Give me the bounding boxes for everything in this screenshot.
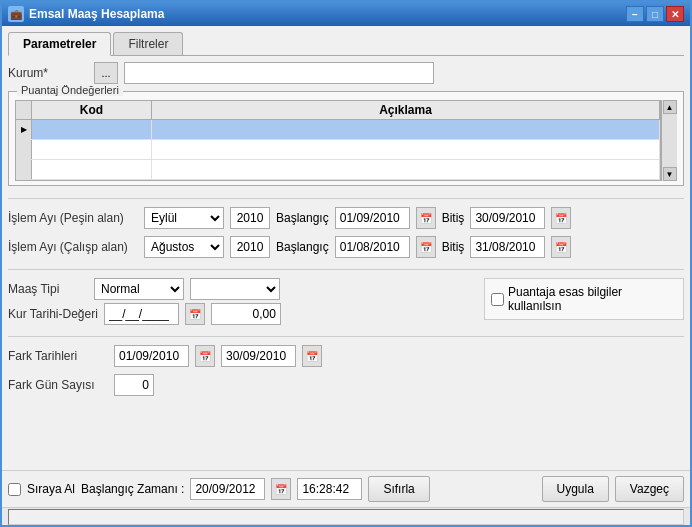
footer: Sıraya Al Başlangıç Zamanı : 📅 Sıfırla U…: [2, 470, 690, 507]
tab-bar: Parametreler Filtreler: [8, 32, 684, 56]
islem-ayi-calis-row: İşlem Ayı (Çalışp alan) Ağustos OcakŞuba…: [8, 236, 684, 258]
scroll-down-btn[interactable]: ▼: [663, 167, 677, 181]
fark-gun-input[interactable]: [114, 374, 154, 396]
siraya-al-checkbox[interactable]: [8, 483, 21, 496]
baslangic-zamani-input[interactable]: [190, 478, 265, 500]
window-title: Emsal Maaş Hesaplama: [29, 7, 164, 21]
kurum-input[interactable]: [124, 62, 434, 84]
col-header-kod: Kod: [32, 101, 152, 119]
calis-year-input[interactable]: [230, 236, 270, 258]
islem-ayi-pesin-row: İşlem Ayı (Peşin alan) Eylül OcakŞubatMa…: [8, 207, 684, 229]
title-bar: 💼 Emsal Maaş Hesaplama − □ ✕: [2, 2, 690, 26]
maas-tipi-row: Maaş Tipi Normal Ek Gösterge Tazminat: [8, 278, 476, 300]
pesin-baslangic-input[interactable]: [335, 207, 410, 229]
puantaj-checkbox-text: Puantaja esas bilgiler kullanılsın: [508, 285, 677, 313]
table-row[interactable]: [16, 140, 660, 160]
maas-tipi-label: Maaş Tipi: [8, 282, 88, 296]
siraya-al-label: Sıraya Al: [27, 482, 75, 496]
baslangic-zamani-label: Başlangıç Zamanı :: [81, 482, 184, 496]
fark-tarihleri-row: Fark Tarihleri 📅 📅: [8, 345, 684, 367]
kur-value-input[interactable]: [211, 303, 281, 325]
divider-1: [8, 198, 684, 199]
pesin-bitis-input[interactable]: [470, 207, 545, 229]
grid-scrollbar[interactable]: ▲ ▼: [661, 100, 677, 181]
kurum-row: Kurum* ...: [8, 62, 684, 84]
fark-bitis-input[interactable]: [221, 345, 296, 367]
calis-month-select[interactable]: Ağustos OcakŞubatMart NisanMayısHaziran …: [144, 236, 224, 258]
puantaj-checkbox-label[interactable]: Puantaja esas bilgiler kullanılsın: [491, 285, 677, 313]
kur-row: Kur Tarihi-Değeri 📅: [8, 303, 476, 325]
window-icon: 💼: [8, 6, 24, 22]
puantaj-checkbox[interactable]: [491, 293, 504, 306]
kur-label: Kur Tarihi-Değeri: [8, 307, 98, 321]
calis-bitis-cal-button[interactable]: 📅: [551, 236, 571, 258]
puantaj-grid: Kod Açıklama: [15, 100, 677, 181]
vazgec-button[interactable]: Vazgeç: [615, 476, 684, 502]
kur-date-input[interactable]: [104, 303, 179, 325]
status-bar: [2, 507, 690, 525]
fark-bitis-cal-button[interactable]: 📅: [302, 345, 322, 367]
fark-tarihleri-label: Fark Tarihleri: [8, 349, 108, 363]
maas-tipi-sub-select[interactable]: [190, 278, 280, 300]
calis-baslangic-cal-button[interactable]: 📅: [416, 236, 436, 258]
maas-tipi-select[interactable]: Normal Ek Gösterge Tazminat: [94, 278, 184, 300]
row-indicator: [16, 120, 32, 139]
table-row[interactable]: [16, 120, 660, 140]
main-window: 💼 Emsal Maaş Hesaplama − □ ✕ Parametrele…: [0, 0, 692, 527]
sifirla-button[interactable]: Sıfırla: [368, 476, 429, 502]
calis-bitis-label: Bitiş: [442, 240, 465, 254]
fark-baslangic-cal-button[interactable]: 📅: [195, 345, 215, 367]
close-button[interactable]: ✕: [666, 6, 684, 22]
maas-section: Maaş Tipi Normal Ek Gösterge Tazminat Ku…: [8, 278, 684, 328]
pesin-month-select[interactable]: Eylül OcakŞubatMart NisanMayısHaziran Te…: [144, 207, 224, 229]
pesin-bitis-label: Bitiş: [442, 211, 465, 225]
scroll-up-btn[interactable]: ▲: [663, 100, 677, 114]
maas-left: Maaş Tipi Normal Ek Gösterge Tazminat Ku…: [8, 278, 476, 328]
puantaj-title: Puantaj Öndeğerleri: [17, 84, 123, 96]
cell-aciklama: [152, 120, 660, 139]
table-row[interactable]: [16, 160, 660, 180]
divider-2: [8, 269, 684, 270]
fark-baslangic-input[interactable]: [114, 345, 189, 367]
calis-baslangic-input[interactable]: [335, 236, 410, 258]
row-indicator: [16, 160, 32, 179]
col-header-aciklama: Açıklama: [152, 101, 660, 119]
fark-gun-label: Fark Gün Sayısı: [8, 378, 108, 392]
title-buttons: − □ ✕: [626, 6, 684, 22]
pesin-baslangic-cal-button[interactable]: 📅: [416, 207, 436, 229]
fark-gun-row: Fark Gün Sayısı: [8, 374, 684, 396]
islem-pesin-label: İşlem Ayı (Peşin alan): [8, 211, 138, 225]
kurum-label: Kurum*: [8, 66, 88, 80]
pesin-year-input[interactable]: [230, 207, 270, 229]
row-indicator: [16, 140, 32, 159]
saat-input[interactable]: [297, 478, 362, 500]
kur-cal-button[interactable]: 📅: [185, 303, 205, 325]
maximize-button[interactable]: □: [646, 6, 664, 22]
divider-3: [8, 336, 684, 337]
tab-parametreler[interactable]: Parametreler: [8, 32, 111, 56]
calis-bitis-input[interactable]: [470, 236, 545, 258]
puantaj-section: Puantaj Öndeğerleri Kod Açıklama: [8, 91, 684, 186]
pesin-bitis-cal-button[interactable]: 📅: [551, 207, 571, 229]
tab-filtreler[interactable]: Filtreler: [113, 32, 183, 55]
minimize-button[interactable]: −: [626, 6, 644, 22]
calis-baslangic-label: Başlangıç: [276, 240, 329, 254]
status-panel: [8, 509, 684, 525]
puantaj-checkbox-section: Puantaja esas bilgiler kullanılsın: [484, 278, 684, 320]
window-body: Parametreler Filtreler Kurum* ... Puanta…: [2, 26, 690, 470]
footer-cal-button[interactable]: 📅: [271, 478, 291, 500]
uygula-button[interactable]: Uygula: [542, 476, 609, 502]
islem-calis-label: İşlem Ayı (Çalışp alan): [8, 240, 138, 254]
kurum-browse-button[interactable]: ...: [94, 62, 118, 84]
cell-kod: [32, 120, 152, 139]
pesin-baslangic-label: Başlangıç: [276, 211, 329, 225]
